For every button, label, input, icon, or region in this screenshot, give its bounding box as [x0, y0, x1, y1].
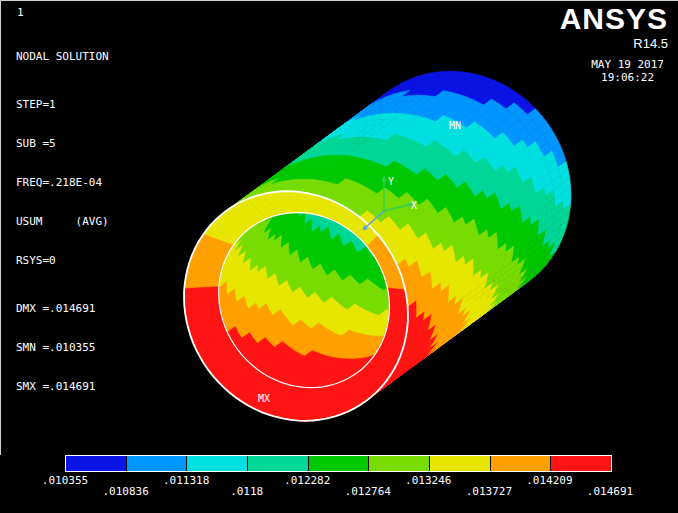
- legend-segment: [127, 456, 188, 471]
- solution-info-smn: SMN =.010355: [16, 341, 109, 354]
- legend-segment: [248, 456, 309, 471]
- solution-info-title: NODAL SOLUTION: [16, 50, 109, 63]
- triad-x-label: X: [411, 200, 417, 211]
- solution-info-usum: USUM (AVG): [16, 215, 109, 228]
- solution-info-rsys: RSYS=0: [16, 254, 109, 267]
- triad-y-label: Y: [388, 176, 394, 187]
- min-node-label: MN: [449, 120, 461, 131]
- legend-segment: [430, 456, 491, 471]
- ansys-logo: ANSYS: [560, 4, 668, 34]
- legend-value: .012764: [345, 485, 391, 498]
- window-frame-top: [0, 0, 678, 1]
- legend-value: .010836: [102, 485, 148, 498]
- ansys-graphics-window: { "window": { "plot_number": "1" }, "sol…: [0, 0, 678, 513]
- solution-info-step: STEP=1: [16, 98, 109, 111]
- brand-block: ANSYS R14.5: [560, 4, 668, 51]
- date-text: MAY 19 2017: [591, 58, 664, 71]
- ansys-release: R14.5: [560, 36, 668, 51]
- legend-value: .011318: [163, 474, 209, 487]
- solution-info: NODAL SOLUTION STEP=1 SUB =5 FREQ=.218E-…: [16, 24, 109, 406]
- window-frame-left: [0, 0, 1, 455]
- legend-value: .0118: [230, 485, 263, 498]
- legend-value: .014209: [526, 474, 572, 487]
- plot-number: 1: [17, 6, 24, 19]
- legend-segment: [309, 456, 370, 471]
- solution-info-freq: FREQ=.218E-04: [16, 176, 109, 189]
- datetime-block: MAY 19 2017 19:06:22: [591, 58, 664, 84]
- legend-value: .010355: [42, 474, 88, 487]
- legend-segment: [551, 456, 611, 471]
- legend-segment: [369, 456, 430, 471]
- solution-info-dmx: DMX =.014691: [16, 302, 109, 315]
- solution-info-sub: SUB =5: [16, 137, 109, 150]
- legend-value: .013246: [405, 474, 451, 487]
- legend-value: .014691: [587, 485, 633, 498]
- legend-segment: [66, 456, 127, 471]
- contour-legend-labels: .010355.010836.011318.0118.012282.012764…: [65, 474, 610, 500]
- max-node-label: MX: [258, 393, 270, 404]
- legend-segment: [491, 456, 552, 471]
- legend-segment: [187, 456, 248, 471]
- legend-value: .013727: [466, 485, 512, 498]
- legend-value: .012282: [284, 474, 330, 487]
- solution-info-smx: SMX =.014691: [16, 380, 109, 393]
- time-text: 19:06:22: [591, 71, 664, 84]
- contour-legend-bar: [65, 455, 612, 472]
